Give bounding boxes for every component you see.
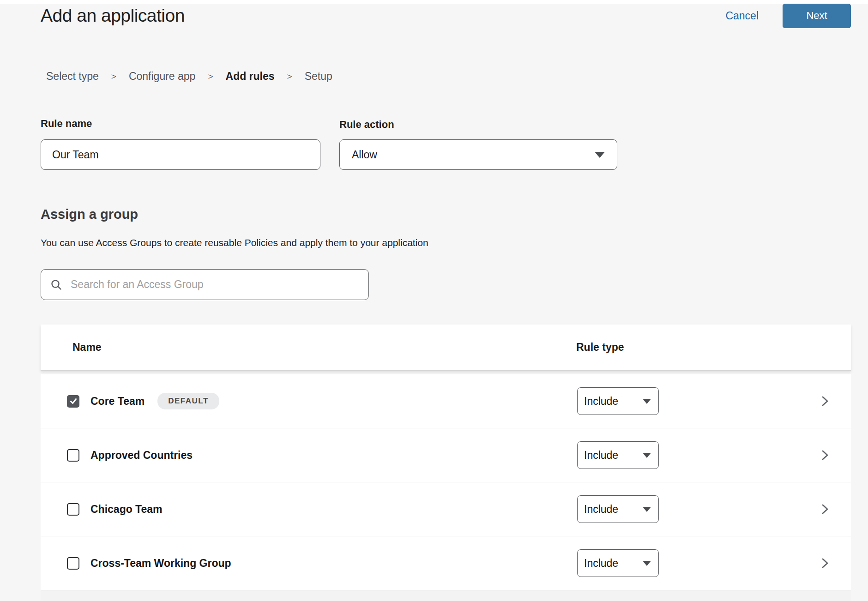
- rule-name-value: Our Team: [52, 149, 99, 161]
- column-header-name: Name: [72, 341, 102, 354]
- search-input[interactable]: [70, 278, 359, 291]
- table-row[interactable]: Cross-Team Working Group Include: [41, 536, 851, 590]
- header-actions: Cancel Next: [725, 4, 851, 28]
- caret-down-icon: [643, 561, 651, 566]
- step-select-type[interactable]: Select type: [46, 70, 99, 83]
- table-row[interactable]: Core Team DEFAULT Include: [41, 374, 851, 428]
- rule-type-select[interactable]: Include: [577, 495, 659, 523]
- breadcrumb-separator: >: [287, 72, 292, 82]
- table-row[interactable]: Approved Countries Include: [41, 428, 851, 482]
- page-title: Add an application: [41, 6, 185, 26]
- rule-type-select[interactable]: Include: [577, 441, 659, 469]
- breadcrumb-separator: >: [208, 72, 213, 82]
- table-header: Name Rule type: [41, 325, 851, 371]
- table-row[interactable]: Chicago Team Include: [41, 482, 851, 536]
- breadcrumb: Select type > Configure app > Add rules …: [46, 70, 332, 83]
- search-icon: [50, 279, 62, 291]
- caret-down-icon: [643, 399, 651, 404]
- rule-type-select[interactable]: Include: [577, 387, 659, 415]
- access-group-table: Core Team DEFAULT Include Approved Count…: [41, 374, 851, 601]
- group-name: Chicago Team: [90, 503, 163, 516]
- assign-group-description: You can use Access Groups to create reus…: [41, 237, 428, 248]
- rule-action-label: Rule action: [339, 119, 394, 131]
- rule-type-value: Include: [584, 449, 618, 462]
- row-checkbox[interactable]: [67, 503, 79, 516]
- step-setup[interactable]: Setup: [305, 70, 332, 83]
- step-configure-app[interactable]: Configure app: [129, 70, 196, 83]
- chevron-right-icon[interactable]: [819, 395, 831, 407]
- caret-down-icon: [643, 453, 651, 458]
- access-group-search[interactable]: [41, 269, 369, 300]
- rule-type-value: Include: [584, 557, 618, 570]
- group-name: Approved Countries: [90, 449, 193, 462]
- row-left: Core Team DEFAULT: [67, 393, 219, 409]
- cancel-button[interactable]: Cancel: [725, 10, 759, 22]
- assign-group-heading: Assign a group: [41, 207, 138, 222]
- step-add-rules[interactable]: Add rules: [226, 70, 275, 83]
- row-left: Approved Countries: [67, 449, 193, 462]
- rule-action-select[interactable]: Allow: [339, 139, 617, 170]
- caret-down-icon: [643, 507, 651, 512]
- column-header-rule-type: Rule type: [576, 341, 624, 354]
- breadcrumb-separator: >: [111, 72, 116, 82]
- caret-down-icon: [595, 152, 605, 158]
- next-button[interactable]: Next: [783, 4, 851, 28]
- add-application-page: Add an application Cancel Next Select ty…: [0, 0, 868, 601]
- row-checkbox[interactable]: [67, 557, 79, 570]
- rule-type-value: Include: [584, 395, 618, 408]
- row-left: Chicago Team: [67, 503, 163, 516]
- chevron-right-icon[interactable]: [819, 557, 831, 569]
- group-name: Cross-Team Working Group: [90, 557, 231, 570]
- rule-type-value: Include: [584, 503, 618, 516]
- rule-action-value: Allow: [352, 149, 377, 161]
- chevron-right-icon[interactable]: [819, 449, 831, 461]
- row-checkbox[interactable]: [67, 395, 79, 408]
- default-badge: DEFAULT: [157, 393, 219, 409]
- rule-type-select[interactable]: Include: [577, 549, 659, 577]
- chevron-right-icon[interactable]: [819, 503, 831, 515]
- top-strip: [0, 0, 868, 4]
- checkmark-icon: [69, 397, 78, 405]
- group-name: Core Team: [90, 395, 145, 408]
- row-checkbox[interactable]: [67, 449, 79, 462]
- rule-name-input[interactable]: Our Team: [41, 139, 320, 170]
- rule-name-label: Rule name: [41, 118, 92, 130]
- next-row-partial: [41, 590, 851, 601]
- row-left: Cross-Team Working Group: [67, 557, 231, 570]
